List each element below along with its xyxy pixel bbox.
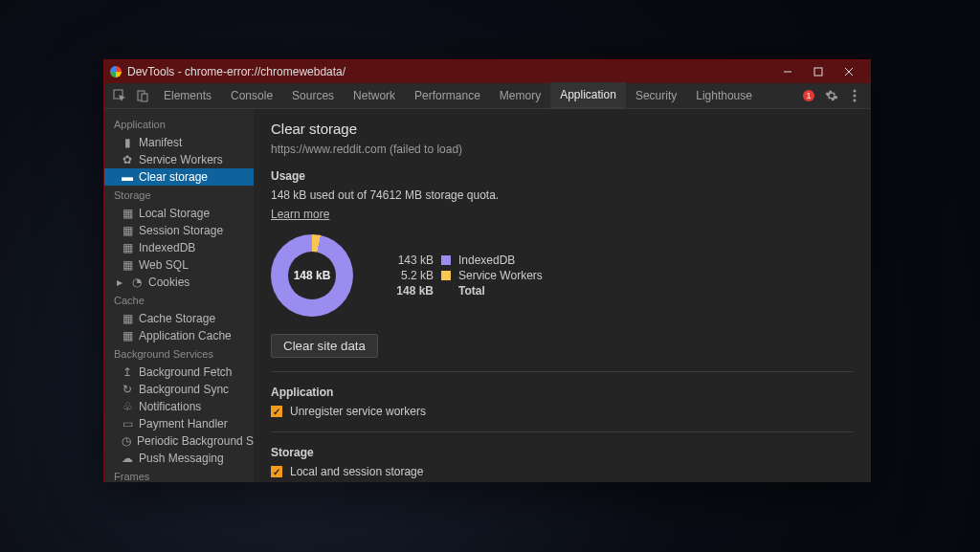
tab-application[interactable]: Application [550,82,626,109]
grid-icon: ▦ [122,258,133,272]
sidebar: Application ▮Manifest ✿Service Workers ▬… [104,109,254,482]
tab-performance[interactable]: Performance [405,83,490,108]
sidebar-group-background: Background Services [104,344,254,364]
application-section-header: Application [271,386,853,399]
usage-donut-chart: 148 kB [271,234,353,317]
checkbox-icon: ✓ [271,406,282,417]
sidebar-group-storage: Storage [104,186,254,205]
cookie-icon: ◔ [131,276,143,289]
minimize-button[interactable] [772,60,803,83]
checkbox-unregister-sw[interactable]: ✓Unregister service workers [271,405,853,418]
kebab-menu-icon[interactable] [843,83,866,108]
titlebar-text: DevTools - chrome-error://chromewebdata/ [127,65,345,78]
sidebar-item-indexeddb[interactable]: ▦IndexedDB [104,239,254,256]
tab-elements[interactable]: Elements [154,83,221,108]
devtools-tabbar: Elements Console Sources Network Perform… [104,83,870,109]
sidebar-group-application: Application [104,115,254,134]
page-title: Clear storage [271,121,853,137]
sidebar-item-push-messaging[interactable]: ☁Push Messaging [104,450,254,467]
grid-icon: ▦ [122,224,133,237]
svg-point-7 [854,90,857,93]
usage-line: 148 kB used out of 74612 MB storage quot… [271,188,853,202]
file-icon: ▮ [122,136,133,149]
cloud-icon: ☁ [122,452,133,465]
tab-lighthouse[interactable]: Lighthouse [686,83,762,108]
sidebar-group-frames: Frames [104,467,254,482]
sidebar-item-local-storage[interactable]: ▦Local Storage [104,205,254,222]
devtools-app-icon [110,66,122,77]
sidebar-item-manifest[interactable]: ▮Manifest [104,134,254,151]
bell-icon: ♧ [122,400,133,413]
svg-rect-1 [814,68,822,76]
grid-icon: ▦ [122,207,133,220]
checkbox-local-session[interactable]: ✓Local and session storage [271,465,853,478]
sidebar-item-cache-storage[interactable]: ▦Cache Storage [104,310,254,327]
clear-site-data-button[interactable]: Clear site data [271,334,378,358]
sidebar-item-payment-handler[interactable]: ▭Payment Handler [104,415,254,432]
tab-memory[interactable]: Memory [490,83,550,108]
svg-rect-6 [142,94,147,101]
usage-header: Usage [271,169,853,183]
sidebar-item-service-workers[interactable]: ✿Service Workers [104,151,254,168]
titlebar[interactable]: DevTools - chrome-error://chromewebdata/ [104,60,870,83]
sidebar-item-bg-fetch[interactable]: ↥Background Fetch [104,364,254,381]
card-icon: ▭ [122,417,133,431]
grid-icon: ▦ [122,241,133,254]
tab-network[interactable]: Network [344,83,405,108]
close-button[interactable] [834,60,864,83]
error-badge[interactable]: 1 [797,83,820,108]
sidebar-item-web-sql[interactable]: ▦Web SQL [104,256,254,274]
gear-icon: ✿ [122,153,133,166]
tab-security[interactable]: Security [626,83,686,108]
sidebar-item-bg-sync[interactable]: ↻Background Sync [104,381,254,398]
clock-icon: ◷ [122,434,131,448]
settings-gear-icon[interactable] [820,83,843,108]
sidebar-item-periodic-bg-sync[interactable]: ◷Periodic Background Sync [104,432,254,450]
sidebar-item-clear-storage[interactable]: ▬Clear storage [104,168,254,186]
checkbox-icon: ✓ [271,466,282,477]
sidebar-item-application-cache[interactable]: ▦Application Cache [104,327,254,344]
sync-icon: ↻ [122,383,133,396]
inspect-icon[interactable] [108,83,131,108]
sidebar-item-session-storage[interactable]: ▦Session Storage [104,222,254,239]
devtools-window: DevTools - chrome-error://chromewebdata/… [103,59,871,482]
sidebar-item-cookies[interactable]: ▸◔Cookies [104,274,254,291]
chevron-right-icon: ▸ [114,276,125,289]
swatch-service-workers [441,271,451,280]
tab-console[interactable]: Console [221,83,282,108]
storage-section-header: Storage [271,446,853,459]
swatch-indexeddb [441,255,451,265]
grid-icon: ▦ [122,329,133,342]
sidebar-group-cache: Cache [104,291,254,310]
origin-text: https://www.reddit.com (failed to load) [271,143,853,156]
usage-legend: 143 kBIndexedDB 5.2 kBService Workers 14… [391,252,543,299]
tab-sources[interactable]: Sources [282,83,344,108]
device-toggle-icon[interactable] [131,83,154,108]
svg-point-9 [854,99,857,102]
maximize-button[interactable] [803,60,834,83]
disk-icon: ▬ [122,170,133,184]
grid-icon: ▦ [122,312,133,325]
fetch-icon: ↥ [122,365,133,379]
main-panel: Clear storage https://www.reddit.com (fa… [254,109,870,482]
svg-point-8 [854,95,857,98]
learn-more-link[interactable]: Learn more [271,208,329,221]
sidebar-item-notifications[interactable]: ♧Notifications [104,398,254,415]
